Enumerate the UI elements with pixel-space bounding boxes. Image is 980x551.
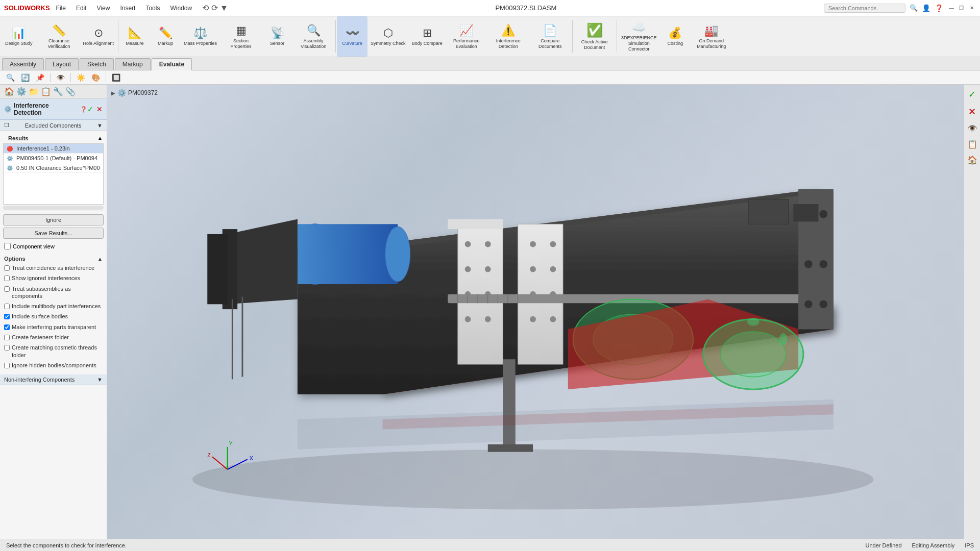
excluded-components-checkbox[interactable]: ☐ xyxy=(4,122,9,129)
cancel-x-button[interactable]: ✕ xyxy=(96,105,103,113)
toolbar-compare-documents[interactable]: 📄 Compare Documents xyxy=(529,16,571,57)
interference-actions[interactable]: ✓ ✕ xyxy=(87,105,103,113)
toolbar-measure[interactable]: 📐 Measure xyxy=(119,16,150,57)
component-view-label[interactable]: Component view xyxy=(4,243,103,249)
panel-icon-2[interactable]: ⚙️ xyxy=(16,87,27,96)
sec-tool-search[interactable]: 🔍 xyxy=(4,72,17,83)
right-cancel-icon[interactable]: ✕ xyxy=(966,104,978,119)
toolbar-sep-5 xyxy=(617,20,617,53)
search-icon[interactable]: 🔍 xyxy=(910,4,918,12)
accept-button[interactable]: ✓ xyxy=(87,105,93,113)
assembly-3d-view[interactable]: X Y Z xyxy=(107,85,964,539)
panel-icon-4[interactable]: 📋 xyxy=(41,87,51,96)
sec-tool-view[interactable]: 👁️ xyxy=(54,72,67,83)
toolbar-check-active-document[interactable]: ✅ Check Active Document xyxy=(574,16,616,57)
menu-tools[interactable]: Tools xyxy=(143,4,162,13)
toolbar-mass-properties[interactable]: ⚖️ Mass Properties xyxy=(181,16,220,57)
menu-insert[interactable]: Insert xyxy=(118,4,137,13)
toolbar-section-properties[interactable]: ▦ Section Properties xyxy=(220,16,262,57)
interference-help-icon[interactable]: ❓ xyxy=(80,106,87,113)
right-panel: ✓ ✕ 👁️ 📋 🏠 xyxy=(964,85,980,539)
toolbar-hole-alignment[interactable]: ⊙ Hole Alignment xyxy=(80,16,117,57)
toolbar-clearance-verification[interactable]: 📏 Clearance Verification xyxy=(38,16,80,57)
create-cosmetic-label: Create matching cosmetic threads folder xyxy=(12,344,103,359)
panel-icon-6[interactable]: 📎 xyxy=(65,87,76,96)
tab-evaluate[interactable]: Evaluate xyxy=(152,58,192,70)
toolbar-symmetry-check[interactable]: ⬡ Symmetry Check xyxy=(368,16,409,57)
ignore-button[interactable]: Ignore xyxy=(3,214,104,226)
sec-tool-color[interactable]: 🎨 xyxy=(89,72,102,83)
treat-coincidence-checkbox[interactable] xyxy=(4,265,10,271)
results-scrollbar[interactable] xyxy=(3,206,104,210)
create-cosmetic-checkbox[interactable] xyxy=(4,345,10,350)
assembly-visualization-label: Assembly Visualization xyxy=(296,38,331,49)
help-icon[interactable]: ❓ xyxy=(935,4,943,12)
maximize-button[interactable]: ❐ xyxy=(958,4,966,12)
toolbar-markup[interactable]: ✏️ Markup xyxy=(150,16,181,57)
toolbar-interference-detection[interactable]: ⚠️ Interference Detection xyxy=(487,16,529,57)
titlebar: SOLIDWORKS File Edit View Insert Tools W… xyxy=(0,0,980,16)
save-results-button[interactable]: Save Results... xyxy=(3,228,104,239)
search-input[interactable] xyxy=(824,4,905,13)
minimize-button[interactable]: — xyxy=(947,4,955,12)
include-multibody-checkbox[interactable] xyxy=(4,304,10,309)
result-item-clearance[interactable]: ⚙️ 0.50 IN Clearance Surface^PM00 xyxy=(4,163,103,173)
tab-assembly[interactable]: Assembly xyxy=(2,58,44,70)
costing-icon: 💰 xyxy=(668,27,682,40)
make-transparent-checkbox[interactable] xyxy=(4,324,10,330)
panel-header-icons[interactable]: 🏠 ⚙️ 📁 📋 🔧 📎 xyxy=(4,87,76,96)
results-label: Results xyxy=(4,133,33,142)
toolbar-body-compare[interactable]: ⊞ Body Compare xyxy=(409,16,446,57)
toolbar-costing[interactable]: 💰 Costing xyxy=(660,16,691,57)
design-study-label: Design Study xyxy=(5,41,33,46)
sec-tool-light[interactable]: ☀️ xyxy=(75,72,87,83)
window-controls[interactable]: — ❐ ✕ xyxy=(947,4,976,12)
panel-icon-3[interactable]: 📁 xyxy=(29,87,39,96)
show-ignored-checkbox[interactable] xyxy=(4,276,10,281)
toolbar-sensor[interactable]: 📡 Sensor xyxy=(262,16,292,57)
menu-file[interactable]: File xyxy=(54,4,68,13)
menu-edit[interactable]: Edit xyxy=(74,4,89,13)
options-arrow[interactable]: ▲ xyxy=(97,256,103,262)
toolbar-on-demand-manufacturing[interactable]: 🏭 On Demand Manufacturing xyxy=(691,16,732,57)
toolbar-3dexperience[interactable]: ☁️ 3DEXPERIENCE Simulation Connector xyxy=(618,16,660,57)
excluded-components-section[interactable]: ☐ Excluded Components ▼ xyxy=(0,120,107,131)
account-icon[interactable]: 👤 xyxy=(922,4,930,12)
close-button[interactable]: ✕ xyxy=(968,4,976,12)
sec-tool-pin[interactable]: 📌 xyxy=(34,72,46,83)
tab-sketch[interactable]: Sketch xyxy=(80,58,114,70)
quick-access-icons[interactable]: ⟲ ⟳ ▼ xyxy=(202,3,228,13)
ignore-hidden-checkbox[interactable] xyxy=(4,363,10,368)
menu-window[interactable]: Window xyxy=(168,4,194,13)
tab-layout[interactable]: Layout xyxy=(45,58,79,70)
excluded-components-arrow[interactable]: ▼ xyxy=(97,122,103,129)
results-collapse-arrow[interactable]: ▲ xyxy=(97,135,103,141)
toolbar-design-study[interactable]: 📊 Design Study xyxy=(2,16,36,57)
right-view-icon[interactable]: 👁️ xyxy=(965,121,979,135)
create-fasteners-checkbox[interactable] xyxy=(4,335,10,340)
menu-bar[interactable]: File Edit View Insert Tools Window xyxy=(54,4,194,13)
result-item-pm009450[interactable]: ⚙️ PM009450-1 (Default) - PM0094 xyxy=(4,154,103,163)
tab-markup[interactable]: Markup xyxy=(115,58,151,70)
right-list-icon[interactable]: 📋 xyxy=(965,137,979,151)
non-interfering-arrow[interactable]: ▼ xyxy=(97,377,103,383)
toolbar-assembly-visualization[interactable]: 🔍 Assembly Visualization xyxy=(292,16,334,57)
include-surface-checkbox[interactable] xyxy=(4,314,10,319)
viewport[interactable]: ▶ ⚙️ PM009372 xyxy=(107,85,964,539)
result-item-interference1[interactable]: 🔴 Interference1 - 0.23in xyxy=(4,144,103,154)
toolbar-curvature[interactable]: 〰️ Curvature xyxy=(337,16,368,57)
panel-icon-5[interactable]: 🔧 xyxy=(53,87,63,96)
sec-tool-rotate[interactable]: 🔄 xyxy=(19,72,32,83)
toolbar-performance-evaluation[interactable]: 📈 Performance Evaluation xyxy=(446,16,487,57)
sec-tool-display[interactable]: 🔲 xyxy=(110,72,122,83)
component-view-checkbox[interactable] xyxy=(4,243,11,249)
non-interfering-section[interactable]: Non-interfering Components ▼ xyxy=(0,374,107,385)
panel-icon-1[interactable]: 🏠 xyxy=(4,87,14,96)
right-accept-icon[interactable]: ✓ xyxy=(966,87,978,102)
right-home-icon[interactable]: 🏠 xyxy=(965,153,979,167)
axis-z-label: Z xyxy=(207,452,211,458)
solidworks-logo: SOLIDWORKS xyxy=(4,4,50,12)
treat-subassemblies-checkbox[interactable] xyxy=(4,286,10,292)
menu-view[interactable]: View xyxy=(95,4,112,13)
main-toolbar: 📊 Design Study 📏 Clearance Verification … xyxy=(0,16,980,57)
